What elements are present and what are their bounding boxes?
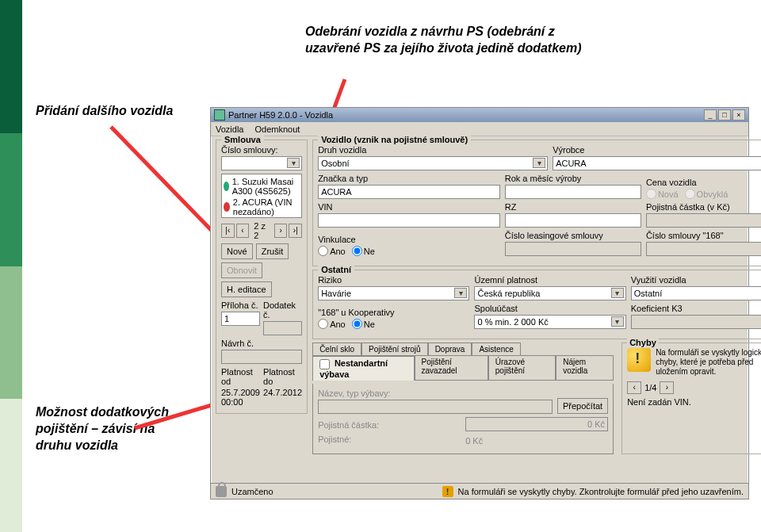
group-smlouva: Smlouva Číslo smlouvy: 1. Suzuki Masai A… — [216, 140, 308, 414]
riziko-combo[interactable]: Havárie — [318, 286, 469, 300]
chyby-title: Chyby — [627, 338, 659, 347]
obnovit-button[interactable]: Obnovit — [221, 262, 262, 278]
uzemni-combo[interactable]: Česká republika — [474, 286, 625, 300]
annotation-remove-vehicle: Odebrání vozidla z návrhu PS (odebrání z… — [305, 24, 606, 57]
group-smlouva-title: Smlouva — [221, 135, 264, 144]
annotation-add-vehicle: Přidání dalšího vozidla — [36, 103, 218, 120]
vyrobce-combo[interactable]: ACURA — [553, 156, 761, 170]
cena-label: Cena vozidla — [646, 178, 761, 187]
group-ostatni: Ostatní Riziko Havárie Územní platnost Č… — [312, 270, 761, 339]
minimize-button[interactable]: _ — [704, 109, 717, 121]
tab-celni-sklo[interactable]: Čelní sklo — [312, 343, 361, 355]
group-vozidlo: Vozidlo (vznik na pojistné smlouvě) Druh… — [312, 140, 761, 266]
list-item[interactable]: 1. Suzuki Masai A300 (4S5625) — [224, 176, 300, 197]
koop168-ano-radio[interactable] — [318, 319, 328, 329]
menu-bar: Vozidla Odemknout — [211, 122, 748, 136]
tab-doprava[interactable]: Doprava — [428, 343, 472, 355]
castka-label: Pojistná částka (v Kč) — [646, 202, 761, 212]
dodatek-c-label: Dodatek č. — [263, 300, 302, 320]
pager-text: 2 z 2 — [250, 221, 272, 240]
tab-zavazadla[interactable]: Pojištění zavazadel — [415, 355, 488, 380]
warning-icon: ! — [442, 486, 453, 497]
vyuziti-label: Využití vozidla — [631, 275, 761, 285]
menu-vozidla[interactable]: Vozidla — [216, 124, 243, 134]
vin-label: VIN — [318, 202, 500, 212]
lock-icon — [216, 486, 227, 497]
group-chyby: Chyby Na formuláři se vyskytly logické c… — [621, 343, 761, 454]
riziko-label: Riziko — [318, 275, 469, 285]
zrusit-button[interactable]: Zrušit — [256, 243, 289, 259]
err-next[interactable]: › — [660, 381, 674, 394]
platnost-do-label: Platnost do — [263, 367, 302, 386]
nove-button[interactable]: Nové — [221, 243, 253, 259]
platnost-od-value: 25.7.2009 00:00 — [221, 388, 260, 407]
close-button[interactable]: × — [732, 109, 745, 121]
decorative-stripe — [0, 0, 22, 532]
rz-label: RZ — [505, 202, 641, 212]
h-editace-button[interactable]: H. editace — [221, 281, 272, 297]
pojistne-value: 0 Kč — [465, 436, 608, 446]
maximize-button[interactable]: □ — [718, 109, 731, 121]
rokmesic-input[interactable] — [505, 185, 641, 199]
platnost-od-label: Platnost od — [221, 367, 260, 386]
priloha-c-input[interactable] — [221, 312, 260, 326]
vin-input[interactable] — [318, 213, 500, 228]
pager-first[interactable]: |‹ — [221, 224, 235, 238]
err-prev[interactable]: ‹ — [627, 381, 641, 394]
err-message: Není zadán VIN. — [627, 397, 761, 407]
list-item[interactable]: 2. ACURA (VIN nezadáno) — [224, 197, 300, 217]
navrh-c-input — [221, 350, 302, 364]
extras-tabs-bottom: Nestandartní výbava Pojištění zavazadel … — [312, 355, 614, 381]
title-bar[interactable]: Partner H59 2.0.0 - Vozidla _ □ × — [211, 108, 748, 122]
cena-nova-radio — [646, 189, 656, 199]
sml168-input — [646, 242, 761, 256]
znacka-label: Značka a typ — [318, 174, 500, 183]
pojcastka-label: Pojistná částka: — [318, 420, 461, 430]
vehicle-list[interactable]: 1. Suzuki Masai A300 (4S5625) 2. ACURA (… — [221, 174, 302, 218]
tab-pojisteni-stroju[interactable]: Pojištění strojů — [361, 343, 428, 355]
pager-prev[interactable]: ‹ — [236, 224, 250, 238]
pager-next[interactable]: › — [274, 224, 288, 238]
uzemni-label: Územní platnost — [474, 275, 625, 285]
rokmesic-label: Rok a měsíc výroby — [505, 174, 641, 183]
priloha-c-label: Příloha č. — [221, 300, 260, 310]
k3-combo — [631, 315, 761, 329]
rz-input[interactable] — [505, 213, 641, 228]
status-bar: Uzamčeno ! Na formuláři se vyskytly chyb… — [211, 483, 748, 499]
tab-urazove[interactable]: Úrazové pojištění — [488, 355, 556, 380]
vyuziti-combo[interactable]: Ostatní — [631, 286, 761, 300]
pager-last[interactable]: ›| — [289, 224, 302, 238]
znacka-input[interactable] — [318, 185, 500, 199]
vyrobce-label: Výrobce — [553, 145, 761, 155]
status-warning-text: Na formuláři se vyskytly chyby. Zkontrol… — [458, 487, 744, 496]
tab-najem[interactable]: Nájem vozidla — [556, 355, 614, 380]
error-icon — [224, 202, 230, 212]
cislo-smlouvy-combo[interactable] — [221, 156, 302, 170]
koop168-ne-radio[interactable] — [352, 319, 362, 329]
druh-label: Druh vozidla — [318, 145, 548, 155]
app-icon — [214, 109, 225, 121]
menu-odemknout[interactable]: Odemknout — [254, 124, 300, 134]
group-vozidlo-title: Vozidlo (vznik na pojistné smlouvě) — [318, 135, 471, 144]
castka-input — [646, 213, 761, 228]
spoluucast-combo[interactable]: 0 % min. 2 000 Kč — [474, 315, 625, 329]
extras-tabs-top: Čelní sklo Pojištění strojů Doprava Asis… — [312, 343, 614, 356]
vinkulace-ano-radio[interactable] — [318, 246, 328, 256]
pojcastka-value — [465, 417, 608, 431]
ok-icon — [224, 182, 229, 191]
chyby-text: Na formuláři se vyskytly logické chyby, … — [656, 348, 761, 377]
tab-nestandartni-vybava[interactable]: Nestandartní výbava — [312, 356, 414, 381]
window-title: Partner H59 2.0.0 - Vozidla — [228, 110, 333, 120]
cena-obvykla-radio — [685, 189, 695, 199]
vinkulace-ne-radio[interactable] — [352, 246, 362, 256]
platnost-do-value: 24.7.2012 — [263, 388, 302, 397]
tab-asistence[interactable]: Asistence — [472, 343, 520, 355]
sml168-label: Číslo smlouvy "168" — [646, 231, 761, 240]
dodatek-c-input — [263, 321, 302, 335]
nestd-checkbox[interactable] — [319, 359, 330, 369]
k3-label: Koeficient K3 — [631, 304, 761, 313]
prepocitat-button[interactable]: Přepočítat — [557, 398, 608, 414]
druh-combo[interactable]: Osobní — [318, 156, 548, 170]
vinkulace-label: Vinkulace — [318, 235, 500, 244]
group-ostatni-title: Ostatní — [318, 265, 354, 274]
